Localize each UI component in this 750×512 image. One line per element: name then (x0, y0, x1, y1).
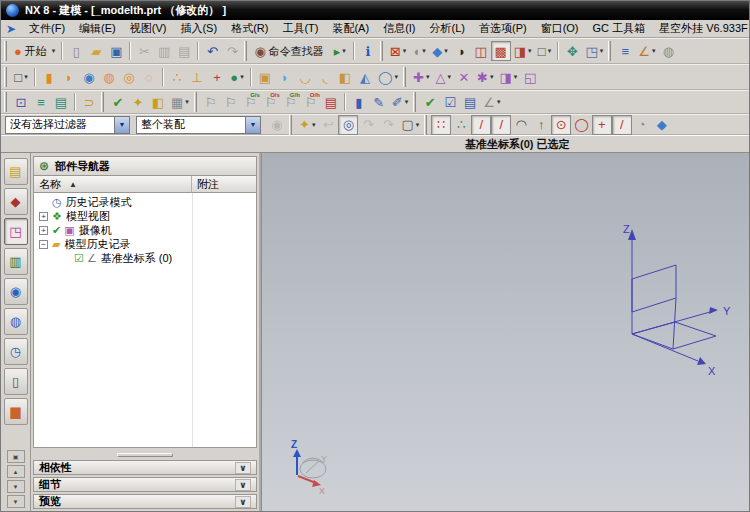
delete-face-button[interactable]: △▾ (433, 67, 455, 87)
replace-face-button[interactable]: ✕ (454, 67, 474, 87)
menu-item[interactable]: 装配(A) (325, 20, 376, 37)
combo-arrow-icon[interactable]: ▼ (245, 117, 260, 133)
menu-item[interactable]: 窗口(O) (534, 20, 586, 37)
column-header-note[interactable]: 附注 (192, 176, 256, 193)
dropdown-arrow-icon[interactable]: ▾ (405, 98, 409, 106)
layer-settings-button[interactable]: ≡ (31, 92, 51, 112)
dropdown-arrow-icon[interactable]: ▾ (422, 47, 426, 55)
toolbar-grip[interactable] (4, 41, 7, 61)
control-point-button[interactable]: ◠ (511, 115, 531, 135)
interpart-link-button[interactable]: ◧ (148, 92, 168, 112)
notes-book-button[interactable]: ▮ (349, 92, 369, 112)
dropdown-arrow-icon[interactable]: ▾ (514, 73, 518, 81)
toolbar-grip[interactable] (403, 67, 406, 87)
revolve-button[interactable]: ◗ (59, 67, 79, 87)
chevron-down-icon[interactable]: ∨ (235, 462, 251, 474)
trim-body-button[interactable]: ◧ (335, 67, 355, 87)
move-face-button[interactable]: ✚▾ (410, 67, 432, 87)
orient-csys-button[interactable]: ∠▾ (635, 41, 658, 61)
edit-section-button[interactable]: ◨▾ (511, 41, 535, 61)
dropdown-arrow-icon[interactable]: ▾ (185, 98, 189, 106)
selection-scope-combo[interactable]: 整个装配 ▼ (136, 116, 261, 134)
checkbox-checked-icon[interactable]: ☑ (74, 253, 84, 264)
dropdown-arrow-icon[interactable]: ▾ (444, 47, 448, 55)
chamfer-button[interactable]: ◟ (315, 67, 335, 87)
pen-button[interactable]: ✎ (369, 92, 389, 112)
assembly-navigator-tab[interactable]: ▤ (4, 158, 28, 185)
scroll-down-button[interactable]: ▼ (7, 480, 25, 493)
wave-geometry-linker-button[interactable]: ✔ (108, 92, 128, 112)
datum-csys[interactable] (632, 238, 716, 361)
menu-item[interactable]: 星空外挂 V6.933F (652, 20, 750, 37)
combo-arrow-icon[interactable]: ▼ (114, 117, 129, 133)
roles-tab[interactable]: ▆ (4, 398, 28, 425)
pad-button[interactable]: ◌ (139, 67, 159, 87)
toolbar-grip[interactable] (380, 41, 383, 61)
dof-pin-alt-button[interactable]: ⚐ (221, 92, 241, 112)
scroll-up-button[interactable]: ▲ (7, 465, 25, 478)
end-point-button[interactable]: / (471, 115, 491, 135)
point-on-curve-button[interactable]: / (612, 115, 632, 135)
pattern-face-button[interactable]: ◱ (520, 67, 540, 87)
column-header-name[interactable]: 名称 ▲ (34, 176, 192, 193)
face-analysis-button[interactable]: ◖▾ (409, 41, 429, 61)
display-window-button[interactable]: ⊠▾ (387, 41, 409, 61)
section-button[interactable]: ◫ (471, 41, 491, 61)
selection-filter-combo[interactable]: 没有选择过滤器 ▼ (5, 116, 130, 134)
sphere-button[interactable]: ◯▾ (375, 67, 401, 87)
block-button[interactable]: ▣ (255, 67, 275, 87)
dropdown-arrow-icon[interactable]: ▾ (240, 73, 244, 81)
toolbar-grip[interactable] (101, 92, 104, 112)
dropdown-arrow-icon[interactable]: ▾ (342, 47, 346, 55)
history-tab[interactable]: ◷ (4, 338, 28, 365)
intersection-point-button[interactable]: ↑ (531, 115, 551, 135)
toolbar-grip[interactable] (4, 92, 7, 112)
true-shading-button[interactable]: ✥ (562, 41, 582, 61)
snap-point-settings-button[interactable]: ∴ (451, 115, 471, 135)
dropdown-arrow-icon[interactable]: ▾ (548, 47, 552, 55)
rotate-view-button[interactable]: ◎ (338, 115, 358, 135)
pattern-feature-button[interactable]: ∴ (167, 67, 187, 87)
sheet-body-button[interactable]: ◗ (275, 67, 295, 87)
layer-category-button[interactable]: ▤ (51, 92, 71, 112)
render-style-button[interactable]: ◑ (451, 41, 471, 61)
check-mate-button[interactable]: ☑ (440, 92, 460, 112)
move-to-layer-button[interactable]: ⊃ (79, 92, 99, 112)
resize-face-button[interactable]: ✱▾ (474, 67, 496, 87)
arc-center-button[interactable]: ⊙ (551, 115, 571, 135)
dropdown-arrow-icon[interactable]: ▾ (312, 121, 316, 129)
collapse-icon[interactable]: − (39, 240, 48, 249)
tree-item-datum-csys[interactable]: ☑∠基准坐标系 (0) (34, 251, 256, 265)
web-browser-tab[interactable]: ◍ (4, 308, 28, 335)
new-file-button[interactable]: ▯ (66, 41, 86, 61)
existing-point-button[interactable]: + (592, 115, 612, 135)
dropdown-arrow-icon[interactable]: ▾ (497, 98, 501, 106)
pin-os-button[interactable]: ⚐O/s (261, 92, 281, 112)
toolbar-grip[interactable] (244, 41, 247, 61)
rectangle-select-button[interactable]: ▢▾ (398, 115, 422, 135)
resource-menu-button[interactable]: ▼ (7, 495, 25, 508)
reuse-library-tab[interactable]: ▥ (4, 248, 28, 275)
sort-ascending-icon[interactable]: ▲ (69, 180, 77, 189)
clip-section-button[interactable]: ▩ (491, 41, 511, 61)
toolbar-grip[interactable] (4, 67, 7, 87)
undo-button[interactable]: ↶ (202, 41, 222, 61)
menu-item[interactable]: 工具(T) (275, 20, 325, 37)
fit-window-button[interactable]: ⊡ (11, 92, 31, 112)
dropdown-arrow-icon[interactable]: ▾ (416, 121, 420, 129)
datum-plane-button[interactable]: ⊥ (187, 67, 207, 87)
process-studio-tab[interactable]: ▯ (4, 368, 28, 395)
start-button[interactable]: ●开始▾ (11, 41, 58, 61)
section-details[interactable]: 细节∨ (33, 477, 257, 492)
sketch-curve-button[interactable]: ●▾ (227, 67, 247, 87)
quadrant-point-button[interactable]: ◯ (571, 115, 592, 135)
offset-region-button[interactable]: ◨▾ (496, 67, 520, 87)
csys-report-button[interactable]: ∠▾ (480, 92, 503, 112)
tree-item-model-history[interactable]: −▰模型历史记录 (34, 237, 256, 251)
constraint-list-button[interactable]: ▤ (321, 92, 341, 112)
section-dependencies[interactable]: 相依性∨ (33, 460, 257, 475)
graphics-window[interactable]: Z Y X Z Y X (261, 153, 749, 511)
dof-pin-button[interactable]: ⚐ (201, 92, 221, 112)
expand-icon[interactable]: + (39, 226, 48, 235)
information-button[interactable]: ℹ (358, 41, 378, 61)
